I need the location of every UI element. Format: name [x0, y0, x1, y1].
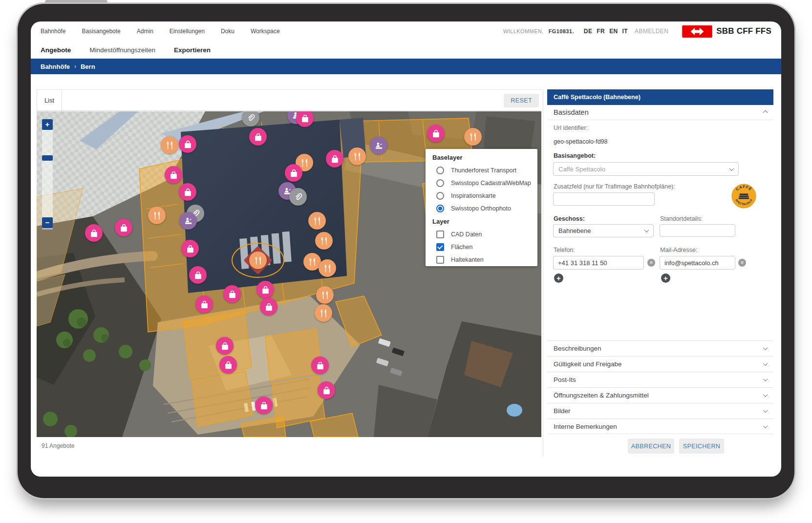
chevron-down-icon [729, 166, 734, 171]
map-pin-fork-knife[interactable] [315, 232, 333, 250]
map-pin-shopping-bag[interactable] [311, 356, 329, 374]
radio-icon[interactable] [436, 167, 444, 174]
chevron-down-icon [763, 361, 768, 366]
map-pin-paperclip[interactable] [242, 111, 259, 126]
baselayer-option-inspirationskarte[interactable]: Inspirationskarte [432, 189, 537, 202]
geschoss-select[interactable]: Bahnebene [553, 224, 654, 237]
layer-option-cad-daten[interactable]: CAD Daten [432, 228, 537, 241]
add-mail-button[interactable] [661, 273, 670, 283]
map-pin-paperclip[interactable] [289, 188, 307, 206]
map-pin-shopping-bag[interactable] [256, 281, 274, 298]
checkbox-icon[interactable] [436, 256, 444, 264]
map-pin-shopping-bag[interactable] [216, 337, 234, 355]
map-pin-shopping-bag[interactable] [318, 381, 335, 399]
section-post-its[interactable]: Post-Its [547, 372, 773, 387]
map-pin-fork-knife[interactable] [319, 259, 336, 277]
baselayer-heading: Baselayer [432, 154, 537, 161]
map-pin-fork-knife[interactable] [161, 136, 178, 154]
zusatzfeld-input[interactable] [553, 192, 655, 206]
lang-it[interactable]: IT [622, 28, 628, 35]
add-telefon-button[interactable] [554, 273, 563, 283]
save-button[interactable]: SPEICHERN [679, 439, 724, 454]
panel-divider [543, 89, 543, 457]
map-pin-shopping-bag[interactable] [165, 166, 182, 184]
section-bilder[interactable]: Bilder [547, 403, 773, 418]
nav-admin[interactable]: Admin [137, 28, 153, 35]
map-canvas[interactable]: + − Baselayer Thunderforest Transport Sw… [37, 111, 541, 437]
nav-bahnhoefe[interactable]: Bahnhöfe [41, 28, 65, 35]
radio-icon[interactable] [436, 205, 444, 212]
map-pin-fork-knife[interactable] [316, 286, 334, 304]
standortdetails-input[interactable] [660, 224, 735, 237]
map-pin-shopping-bag[interactable] [189, 266, 207, 284]
zoom-slider-handle[interactable] [42, 155, 53, 161]
sub-navigation: Angebote Mindestöffnungszeiten Exportier… [31, 41, 781, 59]
baselayer-option-orthophoto[interactable]: Swisstopo Orthophoto [432, 202, 537, 215]
baselayer-option-cadastral[interactable]: Swisstopo CadastralWebMap [432, 177, 537, 189]
basisangebot-select[interactable]: Caffè Spettacolo [553, 162, 739, 176]
telefon-input[interactable] [553, 256, 644, 270]
breadcrumb-root[interactable]: Bahnhöfe [41, 63, 70, 70]
logout-link[interactable]: ABMELDEN [635, 28, 668, 35]
map-pin-shopping-bag[interactable] [223, 285, 241, 303]
section-interne-bemerkungen[interactable]: Interne Bemerkungen [547, 418, 773, 434]
map-pin-fork-knife[interactable] [464, 128, 482, 146]
subnav-mindestoeffnungszeiten[interactable]: Mindestöffnungszeiten [89, 46, 155, 54]
map-pin-shopping-bag[interactable] [285, 164, 302, 182]
map-pin-shopping-bag[interactable] [115, 219, 132, 236]
map-pin-shopping-bag[interactable] [427, 125, 445, 142]
map-pin-fork-knife[interactable] [348, 147, 366, 165]
lang-de[interactable]: DE [584, 28, 592, 35]
subnav-angebote[interactable]: Angebote [41, 46, 71, 54]
map-pin-fork-knife[interactable] [249, 251, 267, 269]
map-pin-shopping-bag[interactable] [219, 356, 237, 374]
section-label: Bilder [554, 407, 571, 415]
nav-workspace[interactable]: Workspace [251, 28, 280, 35]
radio-icon[interactable] [436, 179, 444, 187]
section-beschreibungen[interactable]: Beschreibungen [547, 340, 773, 356]
chevron-down-icon [644, 228, 649, 232]
map-pin-shopping-bag[interactable] [249, 128, 267, 146]
layer-option-flaechen[interactable]: Flächen [432, 241, 537, 253]
map-pin-shopping-bag[interactable] [296, 111, 314, 127]
map-pin-service-desk[interactable] [370, 137, 387, 154]
zoom-out-button[interactable]: − [42, 217, 53, 228]
cancel-button[interactable]: ABBRECHEN [628, 439, 674, 454]
zoom-in-button[interactable]: + [42, 119, 53, 130]
checkbox-icon[interactable] [436, 243, 444, 251]
sbb-brand: SBB CFF FFS [682, 25, 771, 38]
map-pin-shopping-bag[interactable] [260, 298, 278, 315]
nav-doku[interactable]: Doku [221, 28, 235, 35]
map-pin-fork-knife[interactable] [315, 304, 332, 322]
layer-option-haltekanten[interactable]: Haltekanten [432, 253, 537, 266]
checkbox-icon[interactable] [436, 230, 444, 238]
map-pin-shopping-bag[interactable] [195, 295, 213, 313]
nav-einstellungen[interactable]: Einstellungen [170, 28, 205, 35]
map-pin-service-desk[interactable] [179, 212, 197, 230]
map-pin-shopping-bag[interactable] [179, 135, 196, 153]
subnav-exportieren[interactable]: Exportieren [174, 46, 211, 54]
map-pin-shopping-bag[interactable] [255, 397, 273, 414]
section-basisdaten[interactable]: Basisdaten [547, 105, 773, 120]
map-pin-shopping-bag[interactable] [181, 240, 199, 257]
reset-button[interactable]: RESET [504, 94, 539, 107]
lang-fr[interactable]: FR [597, 28, 605, 35]
map-pin-shopping-bag[interactable] [179, 183, 196, 201]
clear-telefon-icon[interactable] [647, 259, 655, 267]
lang-en[interactable]: EN [609, 28, 618, 35]
option-label: Thunderforest Transport [451, 167, 516, 174]
radio-icon[interactable] [436, 192, 444, 200]
section-oeffnungszeiten[interactable]: Öffnungszeiten & Zahlungsmittel [547, 387, 773, 403]
map-pin-shopping-bag[interactable] [85, 224, 103, 242]
map-pin-fork-knife[interactable] [148, 207, 166, 224]
map-pin-fork-knife[interactable] [308, 212, 326, 230]
nav-basisangebote[interactable]: Basisangebote [82, 28, 120, 35]
zusatzfeld-label: Zusatzfeld (nur für Trafimage Bahnhofplä… [554, 183, 675, 190]
baselayer-option-thunderforest[interactable]: Thunderforest Transport [432, 164, 537, 177]
clear-mail-icon[interactable] [738, 259, 746, 267]
section-gueltigkeit-und-freigabe[interactable]: Gültigkeit und Freigabe [547, 356, 773, 372]
map-pin-shopping-bag[interactable] [326, 150, 343, 167]
breadcrumb: Bahnhöfe › Bern [31, 59, 781, 74]
tab-list[interactable]: List [37, 90, 62, 111]
mail-input[interactable] [660, 256, 735, 270]
